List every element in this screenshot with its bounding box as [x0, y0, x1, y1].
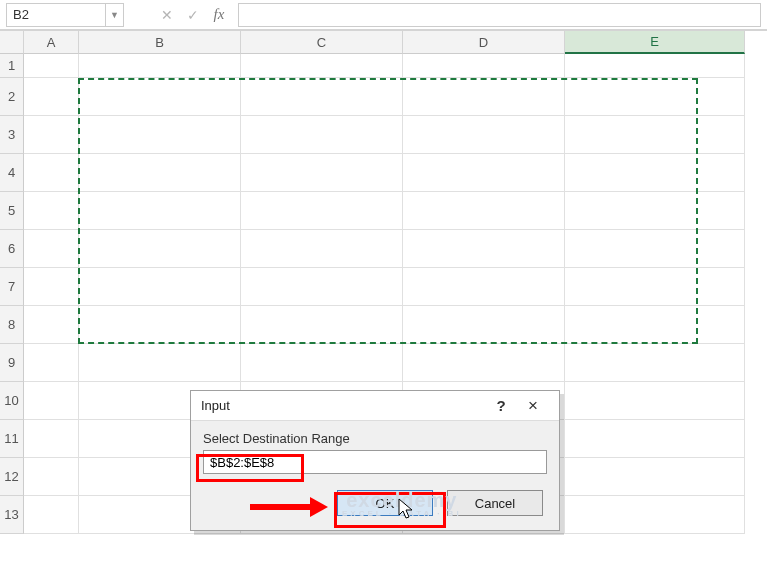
cell[interactable] — [403, 344, 565, 382]
cell[interactable] — [565, 116, 745, 154]
cell[interactable] — [24, 154, 79, 192]
cell[interactable] — [241, 192, 403, 230]
cell[interactable] — [403, 192, 565, 230]
cell[interactable] — [565, 78, 745, 116]
col-head-e[interactable]: E — [565, 31, 745, 54]
cell[interactable] — [403, 154, 565, 192]
check-icon: ✓ — [187, 7, 199, 23]
cell[interactable] — [79, 78, 241, 116]
row-head-12[interactable]: 12 — [0, 458, 24, 496]
cell[interactable] — [24, 268, 79, 306]
cell[interactable] — [24, 192, 79, 230]
cell[interactable] — [24, 496, 79, 534]
cell[interactable] — [241, 54, 403, 78]
cell[interactable] — [565, 306, 745, 344]
cell[interactable] — [79, 192, 241, 230]
formula-bar: B2 ▼ ✕ ✓ fx — [0, 0, 767, 30]
cell[interactable] — [24, 78, 79, 116]
cancel-button[interactable]: Cancel — [447, 490, 543, 516]
cell[interactable] — [403, 306, 565, 344]
cell[interactable] — [79, 268, 241, 306]
cell[interactable] — [24, 382, 79, 420]
cell[interactable] — [403, 116, 565, 154]
name-box-dropdown[interactable]: ▼ — [106, 3, 124, 27]
row-head-11[interactable]: 11 — [0, 420, 24, 458]
row-head-4[interactable]: 4 — [0, 154, 24, 192]
grid-row: 6 — [0, 230, 767, 268]
cell[interactable] — [24, 230, 79, 268]
ok-button[interactable]: OK — [337, 490, 433, 516]
cell[interactable] — [565, 458, 745, 496]
cell[interactable] — [403, 54, 565, 78]
cell[interactable] — [403, 230, 565, 268]
row-head-7[interactable]: 7 — [0, 268, 24, 306]
cell[interactable] — [24, 306, 79, 344]
name-box[interactable]: B2 — [6, 3, 106, 27]
cell[interactable] — [241, 230, 403, 268]
row-head-2[interactable]: 2 — [0, 78, 24, 116]
cell[interactable] — [565, 268, 745, 306]
col-head-a[interactable]: A — [24, 31, 79, 54]
cell[interactable] — [565, 230, 745, 268]
cell[interactable] — [241, 306, 403, 344]
cell[interactable] — [565, 344, 745, 382]
cell[interactable] — [565, 420, 745, 458]
dialog-help-button[interactable]: ? — [485, 392, 517, 420]
cell[interactable] — [565, 54, 745, 78]
row-head-6[interactable]: 6 — [0, 230, 24, 268]
dialog-titlebar[interactable]: Input ? × — [191, 391, 559, 421]
cell[interactable] — [24, 54, 79, 78]
formula-input[interactable] — [238, 3, 761, 27]
cell[interactable] — [403, 268, 565, 306]
cell[interactable] — [565, 154, 745, 192]
cell[interactable] — [241, 344, 403, 382]
cell[interactable] — [79, 306, 241, 344]
col-head-b[interactable]: B — [79, 31, 241, 54]
cell[interactable] — [565, 496, 745, 534]
cell[interactable] — [79, 230, 241, 268]
cell[interactable] — [241, 116, 403, 154]
close-icon: × — [528, 396, 538, 416]
input-dialog: Input ? × Select Destination Range $B$2:… — [190, 390, 560, 531]
cell[interactable] — [565, 382, 745, 420]
cell[interactable] — [24, 344, 79, 382]
cell[interactable] — [24, 458, 79, 496]
cell[interactable] — [403, 78, 565, 116]
dialog-range-input[interactable]: $B$2:$E$8 — [203, 450, 547, 474]
cell[interactable] — [79, 344, 241, 382]
cell[interactable] — [79, 54, 241, 78]
cell[interactable] — [24, 420, 79, 458]
dialog-title-text: Input — [201, 398, 485, 413]
formula-cancel-button[interactable]: ✕ — [154, 3, 180, 27]
cell[interactable] — [79, 116, 241, 154]
grid-row: 5 — [0, 192, 767, 230]
dialog-close-button[interactable]: × — [517, 392, 549, 420]
row-head-8[interactable]: 8 — [0, 306, 24, 344]
row-head-5[interactable]: 5 — [0, 192, 24, 230]
row-head-1[interactable]: 1 — [0, 54, 24, 78]
dialog-body: Select Destination Range $B$2:$E$8 OK Ca… — [191, 421, 559, 530]
grid-row: 9 — [0, 344, 767, 382]
dialog-prompt: Select Destination Range — [203, 431, 547, 446]
cell[interactable] — [565, 192, 745, 230]
grid-row: 2 — [0, 78, 767, 116]
grid-row: 8 — [0, 306, 767, 344]
cell[interactable] — [24, 116, 79, 154]
cell[interactable] — [241, 154, 403, 192]
formula-enter-button[interactable]: ✓ — [180, 3, 206, 27]
col-head-d[interactable]: D — [403, 31, 565, 54]
row-head-3[interactable]: 3 — [0, 116, 24, 154]
fx-icon: fx — [214, 6, 225, 23]
cell[interactable] — [79, 154, 241, 192]
cell[interactable] — [241, 78, 403, 116]
row-head-13[interactable]: 13 — [0, 496, 24, 534]
name-box-value: B2 — [13, 7, 29, 22]
select-all-corner[interactable] — [0, 30, 24, 54]
cell[interactable] — [241, 268, 403, 306]
col-head-c[interactable]: C — [241, 31, 403, 54]
row-head-9[interactable]: 9 — [0, 344, 24, 382]
dialog-buttons: OK Cancel — [203, 490, 547, 516]
row-head-10[interactable]: 10 — [0, 382, 24, 420]
grid-row: 7 — [0, 268, 767, 306]
insert-function-button[interactable]: fx — [206, 3, 232, 27]
